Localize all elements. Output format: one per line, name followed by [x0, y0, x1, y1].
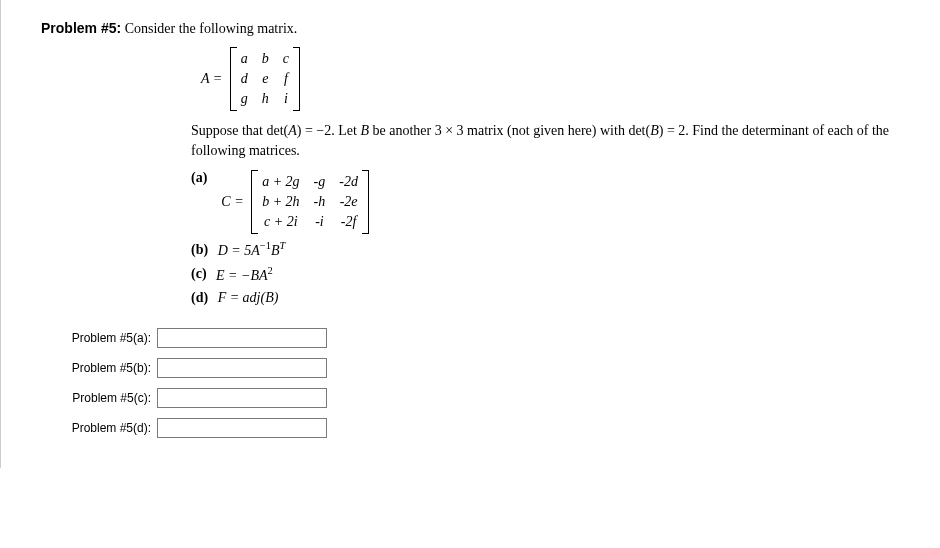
matrix-cell: c + 2i [262, 214, 299, 230]
part-b: (b) D = 5A−1BT [191, 240, 920, 259]
expr-text: F = adj(B) [218, 290, 279, 305]
part-b-label: (b) [191, 242, 208, 258]
left-bracket-icon [230, 47, 237, 111]
left-bracket-icon [251, 170, 258, 234]
problem-number: Problem #5: [41, 20, 121, 36]
text: be another 3 × 3 matrix (not given here)… [369, 123, 650, 138]
matrix-cell: b + 2h [262, 194, 299, 210]
answer-area: Problem #5(a): Problem #5(b): Problem #5… [41, 328, 920, 438]
part-b-expr: D = 5A−1BT [218, 240, 286, 259]
matrix-A-label: A = [201, 71, 222, 87]
matrix-C: a + 2g -g -2d b + 2h -h -2e c + 2i -i -2… [251, 170, 369, 234]
text: Suppose that det( [191, 123, 288, 138]
part-c-expr: E = −BA2 [216, 265, 273, 284]
matrix-C-wrap: C = a + 2g -g -2d b + 2h -h -2e c + 2i -… [221, 170, 369, 234]
answer-row-d: Problem #5(d): [41, 418, 920, 438]
answer-label-a: Problem #5(a): [41, 331, 157, 345]
matrix-cell: -2e [339, 194, 358, 210]
answer-input-a[interactable] [157, 328, 327, 348]
right-bracket-icon [293, 47, 300, 111]
matrix-cell: -g [314, 174, 326, 190]
matrix-cell: -2d [339, 174, 358, 190]
answer-label-d: Problem #5(d): [41, 421, 157, 435]
answer-label-c: Problem #5(c): [41, 391, 157, 405]
answer-input-c[interactable] [157, 388, 327, 408]
answer-row-c: Problem #5(c): [41, 388, 920, 408]
expr-text: D = 5A [218, 243, 260, 258]
superscript: T [279, 240, 285, 251]
answer-row-b: Problem #5(b): [41, 358, 920, 378]
matrix-C-grid: a + 2g -g -2d b + 2h -h -2e c + 2i -i -2… [258, 170, 362, 234]
matrix-cell: b [262, 51, 269, 67]
matrix-cell: f [283, 71, 289, 87]
part-a-label: (a) [191, 170, 207, 186]
matrix-A-grid: a b c d e f g h i [237, 47, 293, 111]
matrix-cell: a [241, 51, 248, 67]
matrix-cell: h [262, 91, 269, 107]
superscript: 2 [268, 265, 273, 276]
matrix-cell: -2f [339, 214, 358, 230]
matrix-cell: -i [314, 214, 326, 230]
matrix-A-block: A = a b c d e f g h i [201, 47, 920, 111]
part-d-expr: F = adj(B) [218, 290, 279, 306]
matrix-cell: c [283, 51, 289, 67]
matrix-cell: g [241, 91, 248, 107]
answer-label-b: Problem #5(b): [41, 361, 157, 375]
text: ) = −2. Let [297, 123, 361, 138]
matrix-C-label: C = [221, 194, 243, 210]
problem-statement: Suppose that det(A) = −2. Let B be anoth… [191, 121, 911, 160]
var-A: A [288, 123, 297, 138]
matrix-A: a b c d e f g h i [230, 47, 300, 111]
answer-input-d[interactable] [157, 418, 327, 438]
matrix-cell: e [262, 71, 269, 87]
part-c-label: (c) [191, 266, 207, 282]
part-c: (c) E = −BA2 [191, 265, 920, 284]
superscript: −1 [260, 240, 271, 251]
expr-text: E = −BA [216, 268, 268, 283]
var-B: B [360, 123, 369, 138]
matrix-cell: d [241, 71, 248, 87]
problem-intro: Consider the following matrix. [125, 21, 298, 36]
part-a: (a) C = a + 2g -g -2d b + 2h -h -2e c + … [191, 170, 920, 234]
answer-row-a: Problem #5(a): [41, 328, 920, 348]
var-B: B [650, 123, 659, 138]
parts-list: (a) C = a + 2g -g -2d b + 2h -h -2e c + … [191, 170, 920, 306]
part-d-label: (d) [191, 290, 208, 306]
matrix-cell: a + 2g [262, 174, 299, 190]
matrix-cell: -h [314, 194, 326, 210]
problem-header: Problem #5: Consider the following matri… [41, 20, 920, 37]
part-d: (d) F = adj(B) [191, 290, 920, 307]
answer-input-b[interactable] [157, 358, 327, 378]
matrix-cell: i [283, 91, 289, 107]
right-bracket-icon [362, 170, 369, 234]
